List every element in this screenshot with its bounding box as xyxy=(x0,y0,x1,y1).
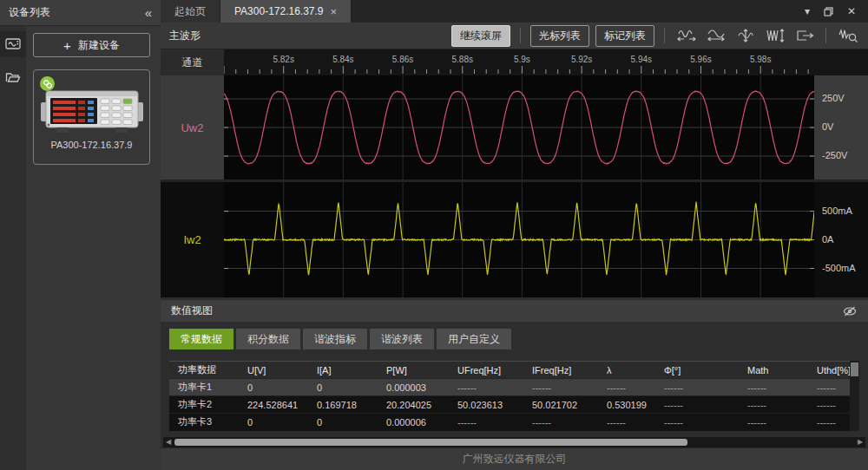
close-tab-icon[interactable]: × xyxy=(331,5,338,18)
table-cell: 224.528641 xyxy=(239,396,308,414)
hscale-expand-icon[interactable] xyxy=(674,27,698,44)
column-header: P[W] xyxy=(378,362,449,379)
horizontal-scrollbar-thumb[interactable] xyxy=(174,439,687,446)
table-cell: ------ xyxy=(523,379,598,396)
channel-column-header: 通道 xyxy=(161,49,224,75)
table-cell: 50.021702 xyxy=(523,396,598,414)
numeric-view-title: 数值视图 xyxy=(171,304,842,318)
header-spacer xyxy=(814,49,868,75)
table-cell: ------ xyxy=(598,379,655,396)
continue-scroll-button[interactable]: 继续滚屏 xyxy=(451,25,510,47)
tab-home[interactable]: 起始页 xyxy=(161,0,220,23)
numeric-tab-item[interactable]: 用户自定义 xyxy=(437,329,511,349)
table-cell: ------ xyxy=(449,414,523,431)
waveform-view: 通道 5.82s5.84s5.86s5.88s5.9s5.92s5.94s5.9… xyxy=(161,49,868,297)
row-label: 功率卡2 xyxy=(169,396,239,414)
add-device-button[interactable]: + 新建设备 xyxy=(33,33,150,57)
numeric-tab-item[interactable]: 谐波指标 xyxy=(303,329,367,349)
table-cell: 0.169718 xyxy=(308,396,378,414)
waveform-panel-title: 主波形 xyxy=(169,29,201,43)
scroll-left-arrow[interactable]: ◀ xyxy=(163,438,174,446)
tab-home-label: 起始页 xyxy=(174,4,206,19)
table-cell: ------ xyxy=(739,379,808,396)
channel-row-uw2: Uw2 250V0V-250V xyxy=(161,75,868,180)
device-view-icon[interactable] xyxy=(0,31,26,57)
table-cell: ------ xyxy=(739,396,808,414)
vscale-fit-icon[interactable] xyxy=(733,27,757,44)
time-tick-label: 5.9s xyxy=(514,55,530,64)
table-row[interactable]: 功率卡2224.5286410.16971820.20402550.023613… xyxy=(169,396,859,414)
tab-bar: 起始页 PA300-172.16.37.9 × ▾ ✕ xyxy=(161,0,868,23)
sidebar-icon-strip xyxy=(0,26,26,470)
numeric-view-header: 数值视图 xyxy=(161,300,868,323)
cursor-list-button[interactable]: 光标列表 xyxy=(530,25,589,47)
export-icon[interactable] xyxy=(792,27,816,44)
marker-list-button[interactable]: 标记列表 xyxy=(595,25,654,47)
time-tick-label: 5.88s xyxy=(452,55,473,64)
table-cell: 0.000006 xyxy=(378,414,449,431)
row-label: 功率卡1 xyxy=(169,379,239,396)
toolbar-divider xyxy=(825,28,826,43)
column-header: λ xyxy=(598,362,655,379)
table-row[interactable]: 功率卡3000.000006--------------------------… xyxy=(169,414,859,431)
compress-wave-icon[interactable] xyxy=(763,27,786,44)
numeric-tab-item[interactable]: 谐波列表 xyxy=(370,329,434,349)
waveform-zoom-icon[interactable] xyxy=(836,27,859,44)
hscale-fit-icon[interactable] xyxy=(704,27,727,44)
device-card[interactable]: PA300-172.16.37.9 xyxy=(33,69,150,165)
channel-label-uw2[interactable]: Uw2 xyxy=(161,75,224,180)
table-cell: 0.530199 xyxy=(598,396,655,414)
eye-off-icon[interactable] xyxy=(842,305,858,317)
y-axis-label: 500mA xyxy=(822,206,852,216)
numeric-tab-item[interactable]: 积分数据 xyxy=(236,329,300,349)
channel-name: Iw2 xyxy=(183,233,201,246)
horizontal-scrollbar[interactable]: ◀ ▶ xyxy=(163,437,865,447)
y-axis-label: 0A xyxy=(822,234,833,245)
footer-bar: 广州致远仪器有限公司 xyxy=(161,447,868,470)
table-cell: ------ xyxy=(598,414,655,431)
time-axis-header: 通道 5.82s5.84s5.86s5.88s5.9s5.92s5.94s5.9… xyxy=(161,49,868,75)
numeric-tab-active[interactable]: 常规数据 xyxy=(169,329,233,349)
close-window-icon[interactable]: ✕ xyxy=(847,5,856,17)
table-cell: 0 xyxy=(239,414,308,431)
collapse-panel-icon[interactable]: « xyxy=(145,5,152,20)
table-row[interactable]: 功率卡1000.000003--------------------------… xyxy=(169,379,859,396)
table-cell: 20.204025 xyxy=(378,396,449,414)
voltage-plot[interactable] xyxy=(224,75,814,180)
y-axis-label: 0V xyxy=(822,121,833,132)
tab-device[interactable]: PA300-172.16.37.9 × xyxy=(220,0,352,23)
current-axis: 500mA0A-500mA xyxy=(814,182,868,297)
dropdown-icon[interactable]: ▾ xyxy=(805,5,810,17)
vertical-scrollbar-thumb[interactable] xyxy=(851,362,858,376)
table-cell: ------ xyxy=(655,379,739,396)
table-cell: ------ xyxy=(655,396,739,414)
power-data-table: 功率数据U[V]I[A]P[W]UFreq[Hz]IFreq[Hz]λΦ[°]M… xyxy=(169,361,859,431)
time-tick-label: 5.92s xyxy=(571,55,592,64)
scroll-right-arrow[interactable]: ▶ xyxy=(855,438,865,446)
column-header: Math xyxy=(739,362,808,379)
current-plot[interactable] xyxy=(224,182,814,297)
device-image xyxy=(39,85,145,135)
device-list-header: 设备列表 « xyxy=(0,0,161,26)
table-cell: 0 xyxy=(308,379,378,396)
window-controls: ▾ ✕ xyxy=(792,0,868,23)
time-tick-label: 5.98s xyxy=(750,55,771,64)
device-list-panel: 设备列表 « xyxy=(0,0,161,470)
vertical-scrollbar[interactable] xyxy=(850,361,859,431)
voltage-axis: 250V0V-250V xyxy=(814,75,868,180)
Iw2-waveform xyxy=(224,202,814,275)
table-cell: ------ xyxy=(523,414,598,431)
project-folder-icon[interactable] xyxy=(0,64,26,90)
company-name: 广州致远仪器有限公司 xyxy=(463,452,567,467)
table-cell: ------ xyxy=(739,414,808,431)
device-name-label: PA300-172.16.37.9 xyxy=(51,140,133,150)
column-header: 功率数据 xyxy=(169,362,239,379)
table-cell: ------ xyxy=(449,379,523,396)
time-tick-label: 5.96s xyxy=(690,55,711,64)
toolbar-divider xyxy=(664,28,665,43)
add-device-label: 新建设备 xyxy=(78,38,120,53)
restore-window-icon[interactable] xyxy=(824,7,833,16)
time-tick-label: 5.82s xyxy=(273,55,293,64)
row-label: 功率卡3 xyxy=(169,414,239,431)
channel-label-iw2[interactable]: Iw2 xyxy=(161,182,224,297)
